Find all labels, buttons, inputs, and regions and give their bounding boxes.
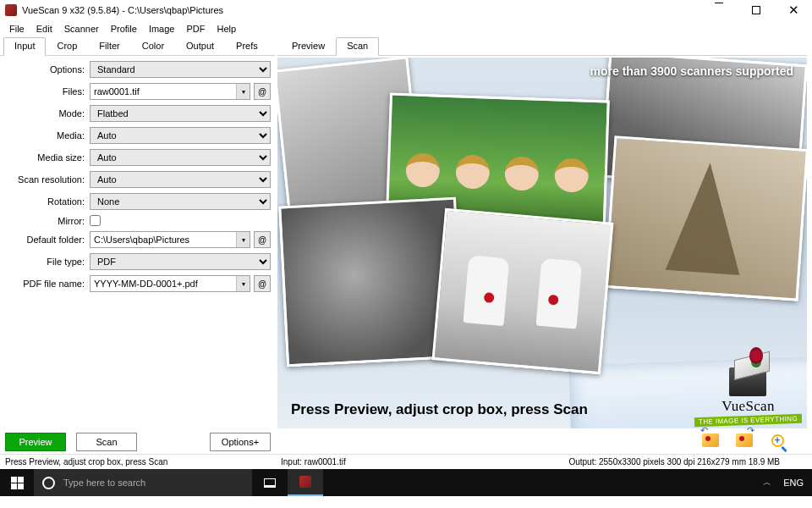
menu-profile[interactable]: Profile bbox=[105, 22, 143, 36]
options-button[interactable]: Options+ bbox=[210, 433, 271, 451]
mirror-checkbox[interactable] bbox=[90, 215, 101, 226]
tab-preview[interactable]: Preview bbox=[281, 37, 336, 55]
tab-color[interactable]: Color bbox=[131, 37, 175, 55]
options-label: Options: bbox=[5, 64, 86, 75]
status-left: Press Preview, adjust crop box, press Sc… bbox=[5, 457, 281, 467]
rotate-right-button[interactable]: ↷ bbox=[734, 431, 754, 450]
input-form: Options: Standard Files: ▾ @ Mode: Flatb… bbox=[0, 56, 276, 292]
window-title: VueScan 9 x32 (9.5.84) - C:\Users\qbap\P… bbox=[22, 5, 700, 15]
media-label: Media: bbox=[5, 130, 86, 141]
scanner-icon bbox=[729, 367, 766, 396]
preview-toolbar: ↶ ↷ + bbox=[277, 428, 807, 454]
files-combo[interactable]: ▾ bbox=[90, 83, 250, 100]
rotation-label: Rotation: bbox=[5, 196, 86, 207]
banner-text: more than 3900 scanners supported bbox=[590, 64, 793, 78]
preview-button[interactable]: Preview bbox=[5, 433, 66, 451]
menu-file[interactable]: File bbox=[3, 22, 30, 36]
menu-image[interactable]: Image bbox=[143, 22, 181, 36]
files-label: Files: bbox=[5, 86, 86, 97]
tray-lang[interactable]: ENG bbox=[783, 478, 804, 488]
system-tray: ︿ ENG bbox=[754, 477, 812, 489]
titlebar: VueScan 9 x32 (9.5.84) - C:\Users\qbap\P… bbox=[0, 0, 812, 20]
brand-name: VueScan bbox=[721, 398, 774, 415]
pdf-file-name-input[interactable] bbox=[91, 276, 236, 291]
status-center: Input: raw0001.tif bbox=[281, 457, 568, 467]
media-size-select[interactable]: Auto bbox=[90, 149, 271, 166]
mode-label: Mode: bbox=[5, 108, 86, 119]
options-select[interactable]: Standard bbox=[90, 61, 271, 78]
rotate-left-button[interactable]: ↶ bbox=[700, 431, 721, 450]
default-folder-combo[interactable]: ▾ bbox=[90, 231, 250, 248]
scan-resolution-select[interactable]: Auto bbox=[90, 171, 271, 188]
tray-overflow-icon[interactable]: ︿ bbox=[763, 477, 771, 489]
pdf-file-name-label: PDF file name: bbox=[5, 279, 86, 289]
menu-pdf[interactable]: PDF bbox=[180, 22, 211, 36]
maximize-button[interactable] bbox=[738, 0, 775, 20]
taskbar: Type here to search ︿ ENG bbox=[0, 469, 812, 496]
media-size-label: Media size: bbox=[5, 152, 86, 163]
tab-prefs[interactable]: Prefs bbox=[225, 37, 269, 55]
menu-scanner[interactable]: Scanner bbox=[58, 22, 105, 36]
status-right: Output: 2550x3300 pixels 300 dpi 216x279… bbox=[568, 457, 807, 467]
taskbar-app-vuescan[interactable] bbox=[288, 469, 323, 496]
vuescan-icon bbox=[299, 476, 311, 488]
taskbar-search[interactable]: Type here to search bbox=[34, 469, 252, 496]
menubar: File Edit Scanner Profile Image PDF Help bbox=[0, 20, 812, 37]
hint-text: Press Preview, adjust crop box, press Sc… bbox=[291, 401, 588, 418]
left-tabs: Input Crop Filter Color Output Prefs bbox=[0, 37, 276, 56]
task-view-button[interactable] bbox=[252, 469, 288, 496]
preview-area: more than 3900 scanners supported Press … bbox=[277, 58, 807, 428]
chevron-down-icon[interactable]: ▾ bbox=[236, 84, 250, 99]
window-controls: ✕ bbox=[700, 0, 812, 20]
taskview-icon bbox=[264, 478, 276, 488]
default-folder-label: Default folder: bbox=[5, 235, 86, 245]
files-input[interactable] bbox=[91, 84, 236, 99]
scan-resolution-label: Scan resolution: bbox=[5, 174, 86, 185]
sample-photo bbox=[432, 208, 614, 375]
start-button[interactable] bbox=[0, 477, 34, 489]
sample-photo bbox=[604, 135, 807, 301]
mirror-label: Mirror: bbox=[5, 216, 86, 226]
tab-filter[interactable]: Filter bbox=[88, 37, 130, 55]
minimize-button[interactable] bbox=[700, 0, 738, 20]
mode-select[interactable]: Flatbed bbox=[90, 105, 271, 122]
search-placeholder: Type here to search bbox=[63, 478, 145, 488]
media-select[interactable]: Auto bbox=[90, 127, 271, 144]
tab-scan[interactable]: Scan bbox=[336, 37, 379, 56]
tab-output[interactable]: Output bbox=[175, 37, 225, 55]
chevron-down-icon[interactable]: ▾ bbox=[236, 276, 250, 291]
right-panel: Preview Scan more than 3900 scanners sup… bbox=[276, 37, 812, 454]
close-button[interactable]: ✕ bbox=[775, 0, 812, 20]
left-panel: Input Crop Filter Color Output Prefs Opt… bbox=[0, 37, 276, 454]
app-icon bbox=[5, 4, 17, 16]
file-type-label: File type: bbox=[5, 257, 86, 267]
menu-help[interactable]: Help bbox=[211, 22, 242, 36]
chevron-down-icon[interactable]: ▾ bbox=[236, 232, 250, 247]
tab-crop[interactable]: Crop bbox=[46, 37, 88, 55]
search-icon bbox=[42, 477, 55, 489]
statusbar: Press Preview, adjust crop box, press Sc… bbox=[0, 454, 812, 469]
default-folder-browse-button[interactable]: @ bbox=[254, 231, 271, 248]
default-folder-input[interactable] bbox=[91, 232, 236, 247]
files-browse-button[interactable]: @ bbox=[254, 83, 271, 100]
pdf-file-name-combo[interactable]: ▾ bbox=[90, 275, 250, 292]
file-type-select[interactable]: PDF bbox=[90, 253, 271, 270]
scan-button[interactable]: Scan bbox=[76, 433, 137, 451]
tab-input[interactable]: Input bbox=[3, 37, 46, 56]
pdf-file-name-browse-button[interactable]: @ bbox=[254, 275, 271, 292]
menu-edit[interactable]: Edit bbox=[30, 22, 58, 36]
zoom-in-button[interactable]: + bbox=[768, 431, 787, 450]
rotation-select[interactable]: None bbox=[90, 193, 271, 210]
windows-icon bbox=[11, 477, 24, 489]
right-tabs: Preview Scan bbox=[277, 37, 807, 56]
bottom-buttons: Preview Scan Options+ bbox=[0, 432, 276, 454]
brand-logo: VueScan THE IMAGE IS EVERYTHING bbox=[694, 367, 802, 425]
